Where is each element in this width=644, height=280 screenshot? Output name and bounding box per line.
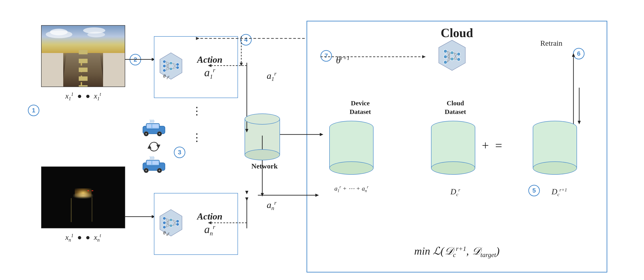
circular-arrows: [147, 140, 160, 153]
svg-text:)))): )))): [150, 156, 154, 160]
svg-marker-78: [422, 55, 426, 58]
sum-actions-label: a1r + ⋯ + anr: [320, 185, 382, 193]
svg-point-46: [163, 226, 166, 229]
svg-point-29: [158, 133, 160, 135]
svg-point-28: [145, 133, 147, 135]
svg-text:n: n: [166, 233, 168, 237]
svg-point-49: [176, 220, 179, 223]
arrow-network-down: [258, 136, 267, 197]
svg-marker-67: [245, 129, 248, 133]
svg-point-85: [457, 52, 460, 56]
svg-rect-30: [147, 124, 151, 128]
cloud-dataset-label: CloudDataset: [431, 99, 480, 116]
arrow-boxn-network: [238, 197, 256, 233]
svg-text:r: r: [168, 231, 170, 235]
arrow-img-to-boxn: [125, 213, 156, 220]
cylinder-cloud-r1: [533, 121, 577, 175]
dashed-to-box1: [209, 62, 249, 69]
road-day-scene: [42, 26, 125, 87]
camera-image-top: [41, 25, 125, 87]
svg-text:θ: θ: [163, 73, 166, 79]
cloud-nn-icon: [436, 39, 468, 74]
svg-point-37: [145, 170, 147, 171]
svg-text:r: r: [168, 75, 170, 78]
arrow-to-cloud-dataset: [258, 191, 320, 200]
cylinder-cloud-r: [431, 121, 475, 175]
svg-marker-70: [245, 191, 248, 194]
device-dataset-label: DeviceDataset: [334, 99, 387, 116]
svg-marker-69: [245, 197, 248, 201]
plus-sign: +: [482, 139, 489, 152]
svg-rect-31: [152, 124, 158, 128]
svg-point-3: [163, 60, 166, 63]
dashed-to-boxn: [209, 220, 249, 226]
dashed-down-to-box1: [236, 36, 247, 65]
svg-point-5: [163, 69, 166, 72]
arrow-box1-network: [238, 63, 256, 136]
dc-r1-label: Dcr+1: [542, 187, 577, 197]
arrow-img-to-box1: [125, 56, 156, 63]
svg-marker-98: [572, 53, 575, 57]
svg-marker-102: [320, 133, 323, 136]
svg-point-44: [163, 217, 166, 220]
svg-point-45: [163, 221, 166, 224]
circle-1: 1: [28, 105, 39, 116]
nn-icon-n: θ n r: [156, 208, 185, 239]
svg-text:θ: θ: [163, 230, 166, 236]
vertical-dots: ⋮: [192, 105, 202, 118]
arrow-retrain-to-cyl3: [557, 88, 601, 125]
anr-label: anr: [267, 200, 276, 212]
diagram: 1 x11 ● ● x1t: [24, 7, 620, 273]
svg-rect-40: [152, 161, 158, 164]
road-night-scene: [42, 167, 125, 228]
camera-image-bottom: [41, 166, 125, 228]
svg-marker-106: [315, 194, 319, 197]
svg-rect-39: [147, 161, 151, 164]
svg-marker-65: [196, 37, 200, 40]
a1r-label: a1r: [267, 70, 276, 82]
arrow-network-to-cloud: [280, 130, 324, 139]
vertical-dots-2: ⋮: [192, 131, 202, 144]
svg-text:)))): )))): [150, 119, 154, 123]
formula: min ℒ(𝒟cr+1, 𝒟target): [414, 245, 500, 259]
svg-point-47: [170, 218, 172, 222]
xn-label: xn1 ● ● xnt: [41, 233, 125, 243]
nn-icon-1: θ 1 r: [156, 52, 185, 83]
svg-point-7: [170, 67, 172, 70]
svg-text:1: 1: [166, 76, 168, 80]
cloud-title: Cloud: [441, 26, 473, 40]
svg-point-50: [176, 223, 179, 226]
x1-label: x11 ● ● x1t: [41, 91, 125, 102]
main-container: 1 x11 ● ● x1t: [0, 0, 644, 280]
equals-sign: =: [495, 139, 502, 152]
svg-point-6: [170, 62, 172, 65]
svg-point-48: [170, 224, 172, 227]
svg-point-82: [444, 60, 447, 64]
svg-point-81: [444, 55, 447, 58]
cars-area: )))): [130, 118, 178, 175]
svg-marker-79: [439, 40, 465, 70]
car-icon-2: )))): [140, 156, 168, 174]
svg-point-4: [163, 64, 166, 68]
circle-5: 5: [528, 185, 540, 196]
svg-point-38: [158, 170, 160, 171]
theta-arrow: [320, 50, 426, 63]
svg-point-84: [450, 57, 454, 61]
retrain-label: Retrain: [540, 39, 562, 47]
circle-3: 3: [174, 147, 185, 158]
car-icon-1: )))): [140, 120, 168, 137]
svg-point-86: [457, 58, 460, 61]
svg-marker-100: [578, 121, 581, 124]
svg-point-80: [444, 49, 447, 53]
dc-r-label: Dcr: [438, 187, 473, 197]
svg-point-83: [450, 51, 454, 55]
cloud-box: Cloud 7 θr+1: [306, 21, 607, 273]
svg-point-9: [176, 66, 179, 69]
cylinder-device: [329, 121, 374, 175]
svg-point-8: [176, 63, 179, 66]
